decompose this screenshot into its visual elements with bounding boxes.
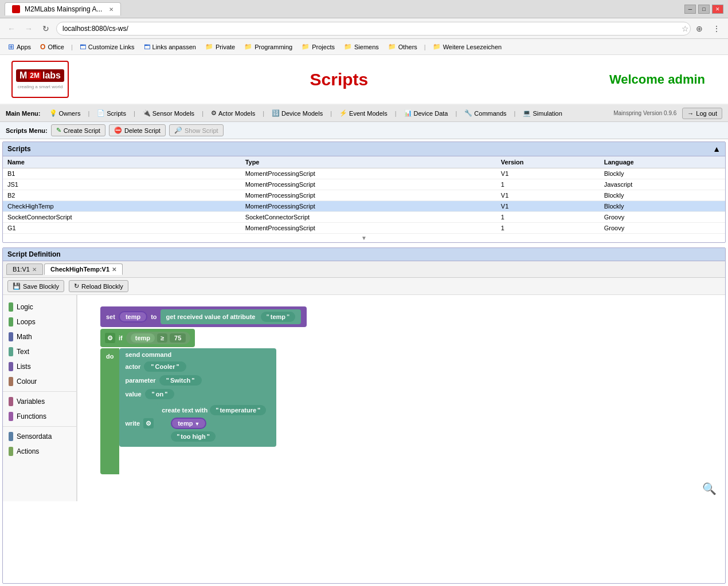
back-button[interactable]: ← [5, 22, 18, 36]
table-row[interactable]: B2 MomentProcessingScript V1 Blockly [3, 190, 725, 201]
cooler-quote-close: " [176, 363, 179, 370]
script-def-header: Script Definition [3, 248, 725, 261]
bookmark-siemens[interactable]: 📁 Siemens [340, 42, 382, 52]
collapse-icon[interactable]: ▲ [713, 144, 721, 154]
tab-b1[interactable]: B1:V1 ✕ [6, 263, 43, 275]
table-scroll-down[interactable]: ▼ [3, 234, 725, 242]
value-75-block[interactable]: 75 [170, 333, 186, 343]
toolbox-text[interactable]: Text [3, 344, 76, 359]
bookmark-label-apps: Apps [17, 44, 31, 50]
bookmark-apps[interactable]: ⊞ Apps [5, 41, 34, 52]
create-script-button[interactable]: ✎ Create Script [51, 124, 105, 136]
set-block[interactable]: set temp to get received value of attrib… [100, 306, 307, 327]
write-gear-icon[interactable]: ⚙ [143, 418, 154, 428]
quote-open-1: " [267, 313, 269, 320]
show-script-button[interactable]: 🔎 Show Script [169, 124, 224, 136]
save-blockly-button[interactable]: 💾 Save Blockly [7, 280, 64, 292]
welcome-text: Welcome admin [609, 72, 705, 86]
temp-str-quote-close: " [257, 407, 260, 414]
menu-scripts[interactable]: 📄 Scripts [92, 107, 131, 119]
menu-simulation[interactable]: 💻 Simulation [518, 107, 567, 119]
toolbox-lists[interactable]: Lists [3, 359, 76, 374]
compare-var-dropdown[interactable]: temp [131, 333, 155, 343]
menu-actor-models[interactable]: ⚙ Actor Models [206, 107, 260, 119]
compare-block[interactable]: temp ≥ 75 [126, 332, 191, 344]
gear-icon[interactable]: ⚙ [105, 333, 115, 343]
minimize-button[interactable]: ─ [684, 5, 696, 14]
switch-block[interactable]: " Switch " [159, 375, 202, 386]
forward-button[interactable]: → [22, 22, 36, 36]
menu-sensor-models[interactable]: 🔌 Sensor Models [138, 107, 199, 119]
reload-button[interactable]: ↻ [39, 22, 53, 36]
bookmark-others[interactable]: 📁 Others [385, 42, 421, 52]
too-high-block[interactable]: " too high " [171, 431, 216, 442]
bookmark-customize[interactable]: 🗔 Customize Links [76, 42, 138, 52]
toolbox-variables[interactable]: Variables [3, 394, 76, 409]
send-command-block[interactable]: send command actor " Cooler " [119, 348, 276, 447]
bookmark-programming[interactable]: 📁 Programming [241, 42, 296, 52]
delete-script-button[interactable]: ⛔ Delete Script [109, 124, 166, 136]
temperature-block[interactable]: " temperature " [210, 405, 266, 415]
menu-owners[interactable]: 💡 Owners [44, 107, 86, 119]
table-row[interactable]: B1 MomentProcessingScript V1 Blockly [3, 168, 725, 179]
scripts-menu: Scripts Menu: ✎ Create Script ⛔ Delete S… [0, 122, 728, 139]
temp-var-block[interactable]: temp ▼ [171, 418, 206, 429]
temp-var-dropdown[interactable]: temp [119, 311, 147, 323]
create-text-block[interactable]: create text with " temperature " [157, 403, 271, 444]
cell-version: 1 [496, 223, 600, 234]
toolbox-colour[interactable]: Colour [3, 374, 76, 389]
logout-button[interactable]: → Log out [682, 108, 722, 119]
bookmark-weitere[interactable]: 📁 Weitere Lesezeichen [429, 42, 506, 52]
tab-checkhightemp[interactable]: CheckHighTemp:V1 ✕ [44, 263, 123, 275]
menu-commands[interactable]: 🔧 Commands [459, 107, 511, 119]
table-row-selected[interactable]: CheckHighTemp MomentProcessingScript V1 … [3, 201, 725, 212]
logo-2m: 2M [28, 72, 41, 80]
apps-icon: ⊞ [8, 42, 14, 51]
tab-b1-close-icon[interactable]: ✕ [32, 266, 37, 273]
cell-version: 1 [496, 179, 600, 190]
temp-string-block[interactable]: " temp " [261, 312, 296, 322]
bookmark-office[interactable]: O Office [37, 42, 68, 52]
bookmark-star-icon[interactable]: ☆ [682, 24, 689, 33]
tab-check-close-icon[interactable]: ✕ [112, 266, 116, 273]
browser-tab[interactable]: M2MLabs Mainspring A... ✕ [5, 2, 121, 15]
bookmark-links[interactable]: 🗔 Links anpassen [140, 42, 199, 52]
menu-device-models[interactable]: 🔢 Device Models [267, 107, 328, 119]
compare-op-dropdown[interactable]: ≥ [157, 333, 167, 343]
logout-label: Log out [696, 110, 717, 117]
toolbox-functions[interactable]: Functions [3, 409, 76, 424]
toolbox-actions[interactable]: Actions [3, 444, 76, 459]
toolbox-logic[interactable]: Logic [3, 300, 76, 314]
toolbox-math[interactable]: Math [3, 329, 76, 344]
table-row[interactable]: SocketConnectorScript SocketConnectorScr… [3, 212, 725, 223]
if-block[interactable]: ⚙ if temp ≥ 75 [100, 329, 195, 347]
maximize-button[interactable]: □ [698, 5, 710, 14]
col-version: Version [496, 156, 600, 168]
bookmark-private[interactable]: 📁 Private [202, 42, 238, 52]
cell-type: SocketConnectorScript [241, 212, 496, 223]
menu-button[interactable]: ⋮ [710, 22, 723, 36]
toolbox-sensordata[interactable]: Sensordata [3, 429, 76, 444]
cooler-block[interactable]: " Cooler " [144, 361, 186, 372]
menu-event-models[interactable]: ⚡ Event Models [334, 107, 393, 119]
on-block[interactable]: " on " [145, 389, 175, 399]
zoom-controls[interactable]: 🔍 [702, 482, 717, 495]
create-text-label: create text with [162, 407, 208, 414]
reload-blockly-button[interactable]: ↻ Reload Blockly [69, 280, 128, 292]
tab-close-icon[interactable]: ✕ [109, 6, 113, 13]
blockly-canvas[interactable]: set temp to get received value of attrib… [77, 295, 725, 501]
table-row[interactable]: JS1 MomentProcessingScript 1 Javascript [3, 179, 725, 190]
ie-icon-1: 🗔 [80, 44, 86, 50]
address-bar[interactable] [56, 22, 691, 36]
get-received-block[interactable]: get received value of attribute " temp " [161, 309, 302, 324]
logo-labs-text: labs [42, 70, 61, 81]
menu-device-data[interactable]: 📊 Device Data [399, 107, 453, 119]
toolbox-loops[interactable]: Loops [3, 314, 76, 329]
zoom-button[interactable]: ⊕ [692, 22, 706, 36]
close-button[interactable]: ✕ [712, 5, 723, 14]
bookmark-projects[interactable]: 📁 Projects [298, 42, 338, 52]
do-label-block: do [100, 348, 119, 474]
table-row[interactable]: G1 MomentProcessingScript 1 Groovy [3, 223, 725, 234]
cell-name: B1 [3, 168, 241, 179]
actions-color [9, 447, 13, 456]
